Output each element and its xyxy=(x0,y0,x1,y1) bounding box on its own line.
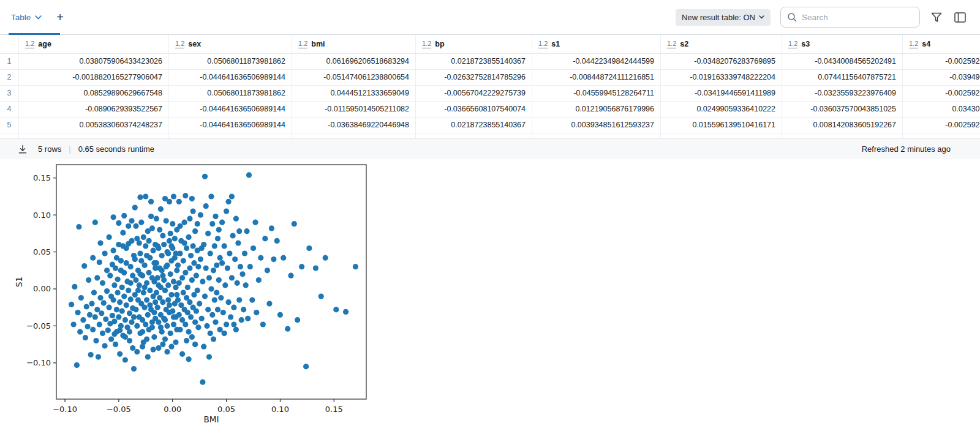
clipped-cell xyxy=(0,133,18,138)
clipped-cell xyxy=(18,133,168,138)
clipped-row xyxy=(0,133,980,138)
filter-button[interactable] xyxy=(930,10,943,24)
download-button[interactable] xyxy=(16,143,29,156)
new-result-table-toggle[interactable]: New result table: ON xyxy=(676,9,771,26)
cell-bp: -0.02632752814785296 xyxy=(415,70,532,85)
cell-bmi: 0.061696206518683294 xyxy=(292,54,415,69)
cell-age: -0.0890629393522567 xyxy=(18,102,168,117)
cell-bp: -0.00567042229275739 xyxy=(415,86,532,101)
clipped-cell xyxy=(902,133,980,138)
cell-s3: 0.07441156407875721 xyxy=(782,70,902,85)
download-icon xyxy=(18,144,28,154)
cell-s1: -0.04559945128264711 xyxy=(532,86,660,101)
cell-bmi: 0.04445121333659049 xyxy=(292,86,415,101)
clipped-cell xyxy=(532,133,660,138)
svg-text:S1: S1 xyxy=(14,277,24,287)
cell-age: 0.038075906433423026 xyxy=(18,54,168,69)
cell-bmi: -0.051474061238800654 xyxy=(292,70,415,85)
numeric-type-icon: 1.2 xyxy=(25,40,34,48)
svg-text:0.05: 0.05 xyxy=(217,405,235,414)
search-input[interactable]: Search xyxy=(780,7,920,28)
svg-text:0.00: 0.00 xyxy=(33,284,51,293)
table-row: 4-0.0890629393522567-0.04464163650698914… xyxy=(0,102,980,118)
chart-output: −0.10−0.050.000.050.100.150.150.100.050.… xyxy=(0,159,980,434)
cell-bp: 0.0218723855140367 xyxy=(415,118,532,133)
svg-text:0.00: 0.00 xyxy=(164,405,181,414)
cell-sex: 0.05068011873981862 xyxy=(168,86,292,101)
row-number: 2 xyxy=(0,70,18,85)
cell-s2: 0.015596139510416171 xyxy=(660,118,782,133)
numeric-type-icon: 1.2 xyxy=(667,40,676,48)
cell-s3: -0.036037570043851025 xyxy=(782,102,902,117)
bmi-s1-scatter-plot: −0.10−0.050.000.050.100.150.150.100.050.… xyxy=(0,159,392,434)
column-header-s1[interactable]: 1.2s1 xyxy=(532,35,660,53)
numeric-type-icon: 1.2 xyxy=(298,40,307,48)
cell-age: 0.005383060374248237 xyxy=(18,118,168,133)
numeric-type-icon: 1.2 xyxy=(538,40,548,48)
clipped-cell xyxy=(292,133,415,138)
clipped-cell xyxy=(168,133,292,138)
cell-bmi: -0.03638469220446948 xyxy=(292,118,415,133)
result-table: 1.2age1.2sex1.2bmi1.2bp1.2s11.2s21.2s31.… xyxy=(0,35,980,138)
column-header-sex[interactable]: 1.2sex xyxy=(168,35,292,53)
table-row: 50.005383060374248237-0.0446416365069891… xyxy=(0,118,980,133)
row-count-label: 5 rows xyxy=(38,144,61,154)
tab-table-label: Table xyxy=(11,13,31,22)
filter-icon xyxy=(931,12,942,23)
cell-s4: -0.002592261998183278 xyxy=(902,54,980,69)
tab-table[interactable]: Table xyxy=(11,13,42,22)
cell-s2: -0.03419446591411989 xyxy=(660,86,782,101)
table-row: 30.085298906296675480.050680118739818620… xyxy=(0,86,980,102)
cell-s4: -0.002592261998183278 xyxy=(902,118,980,133)
cell-sex: -0.044641636506989144 xyxy=(168,118,292,133)
column-name: bp xyxy=(435,40,444,48)
status-divider: | xyxy=(69,144,70,154)
column-header-s4[interactable]: 1.2s4 xyxy=(902,35,980,53)
row-number: 1 xyxy=(0,54,18,69)
result-tab-bar: Table + New result table: ON Search xyxy=(0,0,980,35)
new-result-table-label: New result table: ON xyxy=(682,13,755,22)
column-name: s4 xyxy=(922,40,930,48)
svg-text:−0.05: −0.05 xyxy=(107,405,131,414)
column-name: age xyxy=(38,40,51,48)
cell-s4: -0.002592261998183278 xyxy=(902,86,980,101)
cell-sex: -0.044641636506989144 xyxy=(168,70,292,85)
svg-text:−0.05: −0.05 xyxy=(26,321,51,331)
svg-text:0.05: 0.05 xyxy=(33,247,51,256)
cell-s2: -0.019163339748222204 xyxy=(660,70,782,85)
cell-sex: 0.05068011873981862 xyxy=(168,54,292,69)
column-header-s3[interactable]: 1.2s3 xyxy=(782,35,902,53)
cell-s4: 0.03430885887772673 xyxy=(902,102,980,117)
svg-text:0.10: 0.10 xyxy=(271,405,289,414)
cell-sex: -0.044641636506989144 xyxy=(168,102,292,117)
side-panel-button[interactable] xyxy=(953,10,967,24)
row-number-header xyxy=(0,35,18,53)
numeric-type-icon: 1.2 xyxy=(422,40,431,48)
row-number: 3 xyxy=(0,86,18,101)
column-header-s2[interactable]: 1.2s2 xyxy=(660,35,782,53)
cell-bmi: -0.011595014505211082 xyxy=(292,102,415,117)
add-visualization-button[interactable]: + xyxy=(56,11,64,23)
cell-s3: -0.04340084565202491 xyxy=(782,54,902,69)
svg-text:0.10: 0.10 xyxy=(33,211,51,220)
column-name: s3 xyxy=(801,40,810,48)
numeric-type-icon: 1.2 xyxy=(175,40,184,48)
cell-age: -0.0018820165277906047 xyxy=(18,70,168,85)
column-header-bmi[interactable]: 1.2bmi xyxy=(292,35,415,53)
column-header-bp[interactable]: 1.2bp xyxy=(415,35,532,53)
svg-text:−0.10: −0.10 xyxy=(53,405,77,414)
table-row: 2-0.0018820165277906047-0.04464163650698… xyxy=(0,70,980,86)
column-header-age[interactable]: 1.2age xyxy=(18,35,168,53)
cell-bp: -0.03665608107540074 xyxy=(415,102,532,117)
column-name: bmi xyxy=(311,40,325,48)
result-status-bar: 5 rows | 0.65 seconds runtime Refreshed … xyxy=(0,138,980,159)
tabbar-controls: New result table: ON Search xyxy=(676,7,967,28)
runtime-label: 0.65 seconds runtime xyxy=(78,144,154,154)
clipped-cell xyxy=(415,133,532,138)
svg-text:0.15: 0.15 xyxy=(325,405,343,414)
column-name: s1 xyxy=(551,40,560,48)
row-number: 4 xyxy=(0,102,18,117)
numeric-type-icon: 1.2 xyxy=(788,40,797,48)
cell-s1: -0.008448724111216851 xyxy=(532,70,660,85)
cell-s1: 0.003934851612593237 xyxy=(532,118,660,133)
